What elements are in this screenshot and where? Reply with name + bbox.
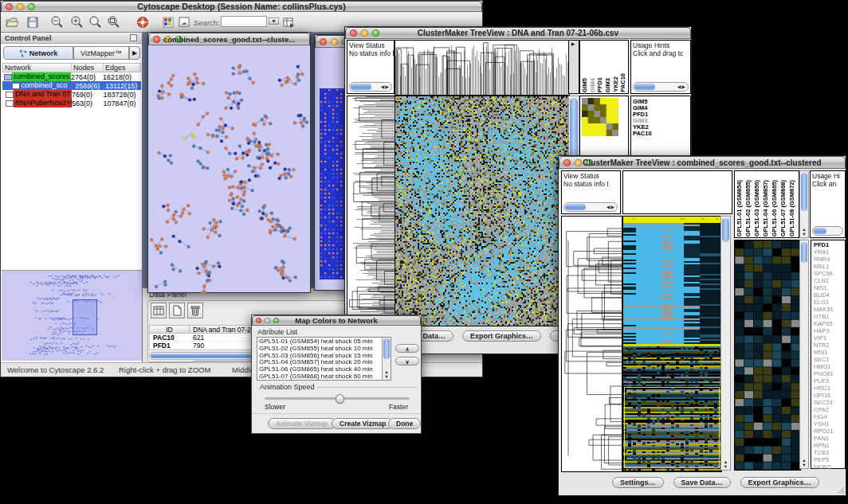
usage-hints-scrollbar[interactable]: ◀▶ <box>633 82 689 92</box>
experiment-column-label[interactable]: GPL51-01 (GSM854) <box>736 180 744 236</box>
col-header-network[interactable]: Network <box>3 64 72 72</box>
gene-label[interactable]: PHO81 <box>814 370 845 377</box>
move-up-button[interactable]: ∧ <box>395 344 419 353</box>
treeview1-titlebar[interactable]: ClusterMaker TreeView : DNA and Tran 07-… <box>345 27 691 39</box>
zoom-fit-icon[interactable] <box>107 15 121 29</box>
zoom-out-icon[interactable] <box>50 15 65 29</box>
gene-label[interactable]: NTR2 <box>814 342 845 349</box>
gene-label[interactable]: KAP95 <box>814 320 845 327</box>
tab-network[interactable]: Network <box>3 46 73 60</box>
treeview-button[interactable]: Export Graphics… <box>740 477 819 488</box>
experiment-column-label[interactable]: GPL51-08 (GSM872) <box>788 180 797 236</box>
col-header-edges[interactable]: Edges <box>104 64 139 72</box>
network-name[interactable]: combined_sco <box>20 81 76 90</box>
row-dendrogram-canvas[interactable] <box>561 216 622 472</box>
gene-label[interactable]: MAK31 <box>814 306 845 313</box>
dialog-titlebar[interactable]: Map Colors to Network <box>252 315 421 326</box>
zoom-matrix-canvas[interactable] <box>582 98 618 136</box>
network-name[interactable]: DNA and Tran 07 <box>14 90 72 99</box>
column-dendrogram-canvas[interactable] <box>395 40 570 96</box>
network-overview-panel[interactable] <box>2 270 142 361</box>
gene-label[interactable]: PFD1 <box>814 241 845 248</box>
scroll-arrows-icon[interactable]: ◀▶ <box>677 84 686 89</box>
done-button[interactable]: Done <box>388 418 421 429</box>
network-view-titlebar[interactable]: combined_scores_good.txt--cluste... <box>148 33 310 45</box>
gene-label[interactable]: RPN1 <box>814 442 845 449</box>
gene-label[interactable]: VIP1 <box>814 334 845 342</box>
gene-label[interactable]: MON2 <box>814 463 845 471</box>
network-table-row[interactable]: DNA and Tran 07769(0)183728(0) <box>2 90 141 99</box>
vscroll-thumb[interactable] <box>722 218 729 242</box>
network-table-row[interactable]: combined_sco2569(6)13112(15) <box>2 81 141 90</box>
tab-overflow-arrow-icon[interactable]: ▶ <box>129 46 140 60</box>
zoom-heatmap-canvas[interactable] <box>734 240 801 471</box>
zoom-selected-icon[interactable] <box>88 15 103 29</box>
network-canvas[interactable] <box>149 46 311 293</box>
gene-label[interactable]: HRD3 <box>814 385 845 392</box>
scroll-thumb[interactable] <box>634 84 655 90</box>
experiment-column-label[interactable]: GPL51-04 (GSM857) <box>762 180 771 236</box>
attribute-list-scrollbar[interactable]: ▲▼ <box>382 338 391 380</box>
view-status-scrollbar[interactable]: ◀▶ <box>349 82 392 92</box>
create-vizmap-button[interactable]: Create Vizmap <box>332 418 394 429</box>
close-icon[interactable] <box>320 38 327 45</box>
attribute-list-item[interactable]: GPL51-04 (GSM857) heat shock 20 min <box>257 359 381 366</box>
annotation-icon[interactable] <box>177 15 191 29</box>
vscroll-thumb[interactable] <box>383 338 390 359</box>
vizmapper-icon[interactable] <box>161 15 175 29</box>
treeview-button[interactable]: Settings… <box>612 477 664 488</box>
gene-label[interactable]: MSI1 <box>814 349 845 356</box>
experiment-column-label[interactable]: GPL51-07 (GSM868) <box>779 180 788 236</box>
gene-label[interactable]: PUF3 <box>814 377 845 385</box>
main-titlebar[interactable]: Cytoscape Desktop (Session Name: collins… <box>1 1 482 12</box>
scroll-thumb[interactable] <box>565 204 586 210</box>
attribute-list-item[interactable]: GPL51-01 (GSM854) heat shock 05 min <box>257 338 381 346</box>
attribute-table-icon[interactable] <box>151 303 167 318</box>
gene-label[interactable]: YSH1 <box>814 420 845 428</box>
gene-label[interactable]: SEC24 <box>814 399 845 406</box>
vscroll-arrows-icon[interactable]: ▲▼ <box>383 369 391 379</box>
matrix-column-label[interactable]: GIM3 <box>604 78 612 92</box>
gene-label[interactable]: PEP5 <box>814 456 845 463</box>
network-name[interactable]: RNAPuberNov2+| <box>14 99 72 107</box>
matrix-column-label[interactable]: GIM5 <box>581 78 589 92</box>
network-table-row[interactable]: combined_scores2764(0)16218(0) <box>2 72 141 81</box>
attribute-list-item[interactable]: GPL51-06 (GSM865) heat shock 40 min <box>257 366 381 373</box>
gene-label[interactable]: CPA2 <box>814 406 845 413</box>
treeview-button[interactable]: Export Graphics… <box>462 330 541 342</box>
search-dropdown-icon[interactable]: ▼ <box>269 18 279 25</box>
treeview2-titlebar[interactable]: ClusterMaker TreeView : combined_scores_… <box>559 156 846 169</box>
scroll-arrows-icon[interactable]: ◀▶ <box>381 84 390 89</box>
heatmap-vscrollbar[interactable]: ▲▼ <box>720 216 731 471</box>
import-table-icon[interactable] <box>281 15 296 29</box>
matrix-column-label[interactable]: GIM4 <box>589 78 597 92</box>
gene-label[interactable]: HAP3 <box>814 327 845 334</box>
scroll-thumb[interactable] <box>351 84 371 90</box>
vscroll-arrows-icon[interactable]: ▲▼ <box>800 458 808 467</box>
gene-label[interactable]: GTB1 <box>814 313 845 320</box>
network-table-row[interactable]: RNAPuberNov2+|563(0)107847(0) <box>2 99 141 107</box>
column-dendrogram-area[interactable] <box>622 170 732 214</box>
treeview-button[interactable]: Save Data… <box>673 477 731 488</box>
col-header-nodes[interactable]: Nodes <box>72 64 104 72</box>
vscroll-thumb[interactable] <box>801 242 807 263</box>
gene-label[interactable]: PAN1 <box>814 435 845 442</box>
gene-label[interactable]: TCB3 <box>814 449 845 456</box>
vscroll-arrows-icon[interactable]: ▲▼ <box>721 459 730 469</box>
delete-attribute-icon[interactable] <box>187 303 203 318</box>
vscroll-thumb[interactable] <box>801 173 807 211</box>
overview-canvas[interactable] <box>2 271 142 363</box>
data-col-id[interactable]: ID <box>150 326 190 333</box>
help-icon[interactable] <box>135 15 150 29</box>
gene-label[interactable]: NIS1 <box>814 284 845 291</box>
slider-thumb[interactable] <box>336 394 344 404</box>
animate-vizmap-button[interactable]: Animate Vizmap <box>268 418 336 429</box>
gene-label[interactable]: ELG1 <box>814 299 845 306</box>
view-status-scrollbar[interactable]: ◀▶ <box>563 202 618 212</box>
column-labels-scrollbar[interactable]: ▲▼ <box>799 170 809 238</box>
attribute-list-item[interactable]: GPL51-02 (GSM855) heat shock 10 min <box>257 346 381 353</box>
gene-label[interactable]: SEC1 <box>814 356 845 363</box>
row-dendrogram-canvas[interactable] <box>347 96 396 326</box>
gene-label[interactable]: FIG4 <box>814 413 845 420</box>
gene-label[interactable]: HMG1 <box>814 363 845 370</box>
